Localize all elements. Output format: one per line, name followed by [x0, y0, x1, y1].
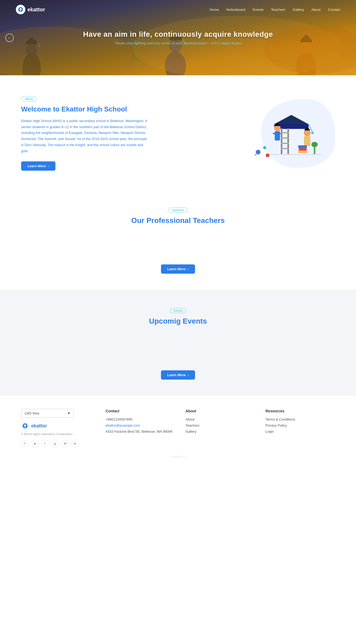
learn-more-arrow-icon: ›	[48, 165, 49, 168]
teachers-badge: Teachers	[168, 207, 188, 213]
footer-login-link[interactable]: Login	[265, 430, 335, 433]
footer-teachers-link[interactable]: Teachers	[186, 423, 255, 427]
events-title: Upcomig Events	[21, 317, 335, 325]
about-section: About Welcome to Ekattor High School Eka…	[0, 75, 356, 189]
svg-rect-1	[20, 10, 21, 11]
svg-rect-26	[281, 132, 289, 133]
about-illustration	[245, 94, 335, 173]
teachers-learn-more-button[interactable]: Learn More ›	[161, 264, 195, 274]
logo-icon	[16, 5, 25, 14]
about-content: About Welcome to Ekattor High School Eka…	[21, 96, 148, 171]
about-text: Ekattor High School (NHS) is a public se…	[21, 118, 148, 154]
social-instagram-icon[interactable]: ●	[31, 440, 39, 447]
hero-prev-button[interactable]: ←	[5, 34, 14, 42]
lms-select[interactable]: LMS Nice ▼	[21, 409, 74, 418]
svg-marker-21	[274, 115, 308, 124]
dot-blue	[256, 150, 260, 155]
svg-rect-42	[298, 145, 307, 148]
dot-teal	[263, 146, 266, 149]
footer-resources-title: Resources	[265, 409, 335, 413]
teachers-title: Our Professional Teachers	[21, 216, 335, 225]
svg-rect-37	[304, 136, 310, 146]
about-title: Welcome to Ekattor High School	[21, 105, 148, 113]
svg-rect-41	[299, 148, 307, 151]
social-facebook-icon[interactable]: f	[21, 440, 29, 447]
events-learn-more-button[interactable]: Learn More ›	[161, 370, 195, 380]
lms-select-label: LMS Nice	[25, 411, 39, 415]
footer-brand-col: LMS Nice ▼ ekattor © All the rights rese…	[21, 409, 95, 447]
svg-point-23	[311, 132, 314, 134]
footer-about-col: About About Teachers Gallery	[186, 409, 255, 447]
hero-title: Have an aim in life, continuously acquir…	[83, 30, 273, 39]
svg-rect-43	[314, 147, 315, 155]
svg-rect-31	[275, 131, 280, 141]
teachers-cards-area	[21, 238, 335, 254]
footer-address: 4333 Factoria Blvd SE, Bellevue, WA 9800…	[106, 430, 175, 433]
svg-point-44	[311, 142, 318, 147]
footer: LMS Nice ▼ ekattor © All the rights rese…	[0, 395, 356, 466]
lms-select-chevron-icon: ▼	[67, 411, 70, 415]
events-section: Events Upcomig Events Learn More ›	[0, 290, 356, 395]
watermark: mostegi.com	[21, 455, 335, 458]
social-email-icon[interactable]: ✉	[61, 440, 69, 447]
footer-privacy-link[interactable]: Privacy Policy	[265, 423, 335, 427]
footer-terms-link[interactable]: Terms & Conditions	[265, 417, 335, 421]
footer-resources-col: Resources Terms & Conditions Privacy Pol…	[265, 409, 335, 447]
svg-rect-33	[278, 133, 281, 134]
svg-rect-27	[281, 137, 289, 139]
navigation: ekattor Home Noticeboard Events Teachers…	[0, 0, 356, 19]
nav-teachers[interactable]: Teachers	[271, 8, 285, 12]
illustration-scene	[245, 94, 335, 173]
hero-subtitle: "Never stop fighting until you arrive at…	[83, 41, 273, 45]
nav-events[interactable]: Events	[253, 8, 264, 12]
graduation-svg	[256, 104, 324, 162]
events-content-area	[21, 339, 335, 360]
footer-about-link[interactable]: About	[186, 417, 255, 421]
svg-rect-45	[269, 154, 322, 155]
svg-rect-29	[281, 148, 289, 149]
footer-email[interactable]: ekattor@example.com	[106, 423, 175, 427]
social-twitter-icon[interactable]: t	[41, 440, 49, 447]
footer-social-links: f ● t g ✉ in	[21, 440, 95, 447]
nav-links: Home Noticeboard Events Teachers Gallery…	[210, 8, 340, 12]
footer-gallery-link[interactable]: Gallery	[186, 430, 255, 433]
nav-home[interactable]: Home	[210, 8, 219, 12]
svg-rect-32	[273, 133, 276, 134]
footer-logo-icon	[21, 422, 29, 430]
events-btn-wrap: Learn More ›	[21, 370, 335, 380]
teachers-section: Teachers Our Professional Teachers Learn…	[0, 189, 356, 290]
footer-contact-col: Contact +8801234567890 ekattor@example.c…	[106, 409, 175, 447]
footer-logo: ekattor	[21, 422, 95, 430]
nav-logo[interactable]: ekattor	[16, 5, 45, 14]
nav-noticeboard[interactable]: Noticeboard	[226, 8, 245, 12]
about-badge: About	[21, 96, 37, 101]
hero-author: - A.P.J. Abdul Kalam	[208, 41, 241, 45]
svg-rect-47	[25, 426, 26, 428]
nav-gallery[interactable]: Gallery	[293, 8, 304, 12]
svg-rect-40	[298, 151, 307, 153]
about-learn-more-button[interactable]: Learn More ›	[21, 161, 55, 171]
events-badge: Events	[170, 308, 187, 313]
hero-quote: "Never stop fighting until you arrive at…	[114, 41, 208, 45]
footer-phone: +8801234567890	[106, 417, 175, 421]
teachers-arrow-icon: ›	[188, 268, 189, 271]
dot-red	[266, 153, 269, 157]
events-arrow-icon: ›	[188, 374, 189, 377]
hero-content: Have an aim in life, continuously acquir…	[83, 30, 273, 45]
footer-logo-text: ekattor	[31, 423, 47, 429]
nav-about[interactable]: About	[311, 8, 321, 12]
social-linkedin-icon[interactable]: in	[71, 440, 79, 447]
footer-copyright: © All the rights reserved to Creativeite…	[21, 432, 95, 436]
svg-rect-28	[281, 143, 289, 144]
footer-grid: LMS Nice ▼ ekattor © All the rights rese…	[21, 409, 335, 447]
teachers-btn-wrap: Learn More ›	[21, 264, 335, 274]
dot-yellow	[254, 154, 257, 156]
footer-about-title: About	[186, 409, 255, 413]
logo-text: ekattor	[27, 7, 45, 13]
social-google-icon[interactable]: g	[51, 440, 59, 447]
footer-contact-title: Contact	[106, 409, 175, 413]
nav-contact[interactable]: Contact	[328, 8, 340, 12]
